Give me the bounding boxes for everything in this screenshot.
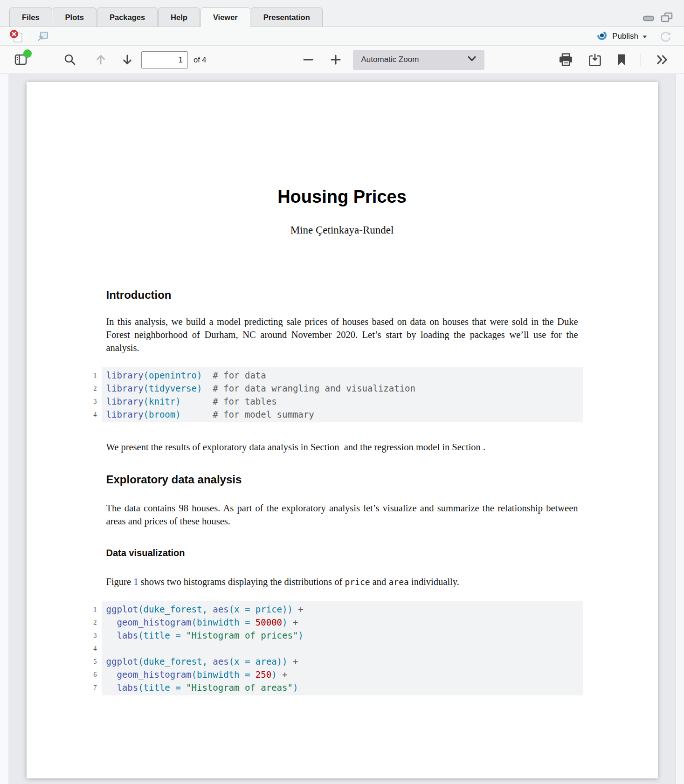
vertical-scrollbar[interactable]	[676, 74, 684, 784]
paragraph-text: shows two histograms displaying the dist…	[138, 577, 345, 587]
figure-1-link[interactable]: 1	[133, 577, 138, 587]
code-line-number: 4	[83, 642, 97, 655]
page-number-input[interactable]	[141, 51, 188, 69]
paragraph-text: and	[370, 577, 389, 587]
stop-viewer-icon[interactable]	[9, 29, 24, 43]
code-line: 2library(tidyverse) # for data wrangling…	[106, 382, 578, 395]
document-title: Housing Prices	[106, 187, 578, 207]
tab-plots[interactable]: Plots	[53, 7, 97, 27]
eda-paragraph: The data contains 98 houses. As part of …	[106, 502, 578, 528]
code-line-number: 4	[83, 408, 97, 421]
publish-icon	[596, 29, 608, 43]
paragraph-text: Figure	[106, 577, 134, 587]
code-line: 6 geom_histogram(binwidth = 250) +	[106, 668, 578, 681]
tab-packages[interactable]: Packages	[97, 7, 158, 27]
window-top-strip	[0, 0, 684, 5]
toolbar-separator	[641, 54, 641, 66]
code-line: 4library(broom) # for model summary	[106, 408, 578, 421]
code-line-number: 7	[83, 681, 97, 694]
code-line-number: 3	[83, 395, 97, 408]
code-line: 4	[106, 642, 578, 655]
rstudio-viewer-pane: Files Plots Packages Help Viewer Present…	[0, 0, 684, 784]
zoom-out-icon[interactable]	[302, 54, 314, 66]
code-line: 1ggplot(duke_forest, aes(x = price)) +	[106, 603, 578, 616]
toggle-sidebar-icon[interactable]	[14, 53, 28, 67]
code-line-number: 5	[83, 655, 97, 668]
code-line: 1library(openintro) # for data	[106, 369, 578, 382]
intro-paragraph-2: We present the results of exploratory da…	[106, 440, 578, 454]
pdf-viewport: Housing Prices Mine Çetinkaya-Rundel Int…	[0, 74, 684, 784]
publish-caret-icon	[643, 32, 647, 41]
code-block-libraries: 1library(openintro) # for data2library(t…	[102, 367, 583, 422]
viewport-left-strip	[0, 74, 8, 784]
zoom-level-select[interactable]: Automatic Zoom	[353, 50, 484, 70]
code-line-number: 1	[83, 369, 97, 382]
section-heading-eda: Exploratory data analysis	[106, 473, 578, 486]
pdf-scroll-area[interactable]: Housing Prices Mine Çetinkaya-Rundel Int…	[8, 74, 676, 784]
pdf-toolbar: of 4 Automatic Zoom	[0, 46, 684, 74]
toolbar-separator	[653, 31, 653, 41]
figure-reference-paragraph: Figure 1 shows two histograms displaying…	[106, 575, 578, 589]
bookmark-icon[interactable]	[616, 54, 627, 66]
refresh-icon[interactable]	[659, 30, 672, 43]
code-block-histograms: 1ggplot(duke_forest, aes(x = price)) +2 …	[102, 601, 583, 695]
code-line-number: 3	[83, 629, 97, 642]
save-download-icon[interactable]	[587, 53, 602, 67]
pane-window-controls	[643, 12, 673, 23]
paragraph-text: individually.	[409, 577, 459, 587]
pdf-toolbar-right	[558, 53, 669, 67]
code-line-number: 1	[83, 603, 97, 616]
code-line: 7 labs(title = "Histogram of areas")	[106, 681, 578, 694]
code-line-number: 2	[83, 616, 97, 629]
inline-code: area	[388, 577, 408, 587]
code-line: 5ggplot(duke_forest, aes(x = area)) +	[106, 655, 578, 668]
section-heading-introduction: Introduction	[106, 289, 578, 302]
toolbar-separator	[30, 31, 30, 41]
page-count-label: of 4	[193, 55, 207, 64]
minimize-pane-icon[interactable]	[643, 14, 655, 21]
next-page-icon[interactable]	[121, 53, 134, 67]
tab-presentation[interactable]: Presentation	[251, 7, 323, 27]
pane-tab-bar: Files Plots Packages Help Viewer Present…	[0, 5, 684, 27]
sidebar-notification-dot	[23, 49, 32, 58]
viewer-toolbar: Publish	[0, 27, 684, 46]
subsection-heading-data-visualization: Data visualization	[106, 548, 578, 558]
code-line-number: 2	[83, 382, 97, 395]
code-line: 2 geom_histogram(binwidth = 50000) +	[106, 616, 578, 629]
code-line: 3 labs(title = "Histogram of prices")	[106, 629, 578, 642]
popout-window-icon[interactable]	[36, 30, 49, 42]
tab-help[interactable]: Help	[158, 7, 200, 27]
previous-page-icon[interactable]	[94, 53, 107, 67]
inline-code: price	[345, 577, 370, 587]
tab-viewer[interactable]: Viewer	[200, 7, 250, 27]
tab-files[interactable]: Files	[9, 7, 52, 27]
zoom-level-label: Automatic Zoom	[361, 55, 419, 64]
chevron-down-icon	[467, 55, 477, 64]
toolbar-separator	[114, 54, 114, 66]
search-icon[interactable]	[63, 53, 76, 66]
maximize-pane-icon[interactable]	[660, 12, 673, 23]
code-line: 3library(knitr) # for tables	[106, 395, 578, 408]
viewer-toolbar-right: Publish	[596, 29, 672, 43]
publish-label: Publish	[612, 32, 638, 41]
zoom-in-icon[interactable]	[330, 54, 342, 66]
code-line-number: 6	[83, 668, 97, 681]
publish-button[interactable]: Publish	[596, 29, 647, 43]
pdf-page-1: Housing Prices Mine Çetinkaya-Rundel Int…	[27, 82, 658, 778]
document-author: Mine Çetinkaya-Rundel	[106, 224, 578, 236]
print-icon[interactable]	[558, 53, 573, 67]
more-tools-chevrons-icon[interactable]	[655, 53, 669, 66]
toolbar-separator	[322, 54, 322, 66]
intro-paragraph-1: In this analysis, we build a model predi…	[106, 315, 578, 354]
